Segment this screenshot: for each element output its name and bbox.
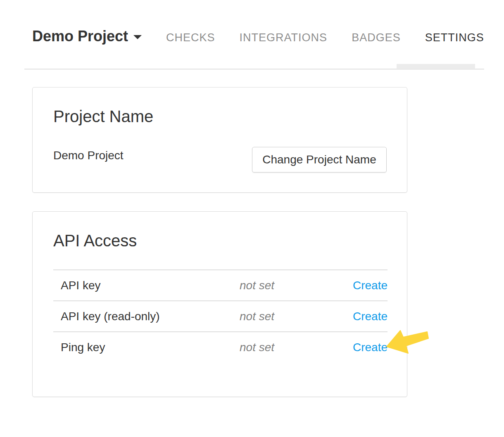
api-access-card-title: API Access <box>53 231 137 250</box>
tab-settings[interactable]: SETTINGS <box>425 32 484 43</box>
table-row-api-key-read-only: API key (read-only) not set Create <box>53 300 388 331</box>
change-project-name-button[interactable]: Change Project Name <box>252 147 387 172</box>
caret-down-icon <box>133 35 142 39</box>
project-name-card: Project Name Demo Project Change Project… <box>32 87 407 193</box>
create-api-key-link[interactable]: Create <box>353 279 388 292</box>
project-title: Demo Project <box>32 29 128 44</box>
tab-badges[interactable]: BADGES <box>352 32 401 43</box>
tab-integrations[interactable]: INTEGRATIONS <box>240 32 328 43</box>
project-name-card-title: Project Name <box>53 107 153 125</box>
ping-key-label: Ping key <box>53 341 240 354</box>
api-key-value: not set <box>240 279 274 292</box>
table-row-api-key: API key not set Create <box>53 269 388 300</box>
create-ping-key-link[interactable]: Create <box>353 341 388 354</box>
ping-key-value: not set <box>240 341 274 354</box>
api-access-card: API Access API key not set Create API ke… <box>32 211 407 397</box>
api-key-read-only-label: API key (read-only) <box>53 310 240 323</box>
api-key-read-only-value: not set <box>240 310 274 323</box>
project-switcher-dropdown[interactable]: Demo Project <box>32 29 142 44</box>
api-key-label: API key <box>53 279 240 292</box>
table-row-ping-key: Ping key not set Create <box>53 331 388 362</box>
active-tab-indicator <box>397 64 475 69</box>
top-navigation: Demo Project CHECKS INTEGRATIONS BADGES … <box>24 0 484 70</box>
tab-checks[interactable]: CHECKS <box>166 32 215 43</box>
create-api-key-read-only-link[interactable]: Create <box>353 310 388 323</box>
current-project-name: Demo Project <box>53 149 124 163</box>
api-keys-table: API key not set Create API key (read-onl… <box>53 269 388 362</box>
